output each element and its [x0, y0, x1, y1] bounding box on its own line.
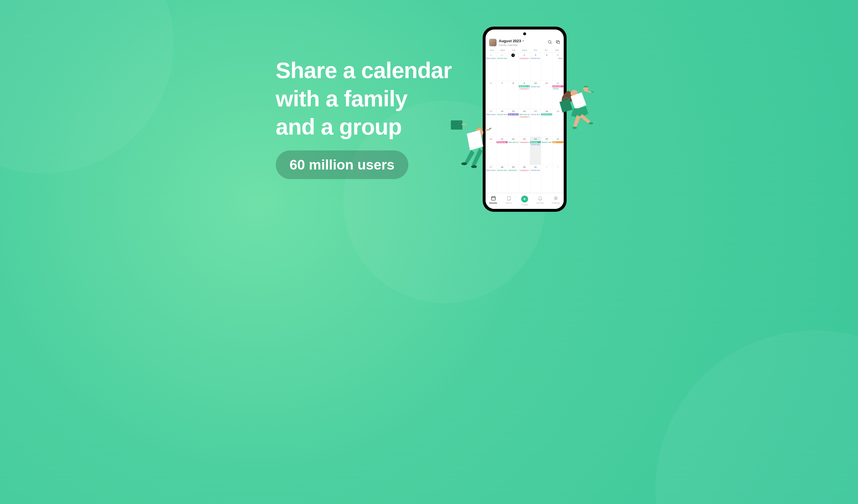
day-number: 30 — [519, 165, 530, 169]
calendar-cell[interactable]: 20 — [486, 137, 497, 165]
calendar-cell[interactable]: 17Tennis less — [530, 109, 541, 137]
calendar-cell[interactable]: 26Zoo — [552, 137, 564, 165]
calendar-event[interactable]: Language s — [519, 88, 530, 90]
calendar-event[interactable]: Language s — [519, 141, 530, 143]
day-number: 24 — [530, 137, 541, 141]
tab-settings[interactable]: Settings — [548, 196, 564, 206]
calendar-cell[interactable]: 7 — [496, 81, 508, 109]
headline: Share a calendar with a family and a gro… — [276, 56, 452, 141]
month-selector[interactable]: August 2023 — [499, 39, 524, 43]
calendar-cell[interactable]: 25Beauty salo — [541, 137, 552, 165]
calendar-event[interactable]: Wedding an — [541, 113, 552, 115]
day-number: 10 — [530, 82, 541, 85]
calendar-event[interactable]: Piano lesso — [486, 57, 496, 59]
calendar-cell[interactable]: 29Electrical c — [508, 165, 519, 193]
svg-rect-23 — [591, 91, 593, 93]
svg-point-13 — [555, 199, 556, 200]
calendar-event[interactable]: Seminar — [530, 141, 541, 143]
svg-point-25 — [572, 127, 577, 129]
svg-point-24 — [588, 122, 593, 125]
day-of-week-row: SunMonTueWedThuFriSat — [486, 48, 564, 53]
calendar-event[interactable]: Dental — [552, 88, 563, 90]
avatar[interactable] — [489, 39, 496, 46]
calendar-event[interactable]: Business trip — [519, 85, 530, 87]
calendar-event[interactable]: Book return — [508, 113, 519, 115]
calendar-cell[interactable]: 11 — [541, 81, 552, 109]
calendar-event[interactable]: Beauty salo — [541, 141, 552, 143]
calendar-event[interactable]: Rehearsal — [496, 141, 508, 143]
calendar-cell[interactable]: 24SeminarTennis less — [530, 137, 541, 165]
calendar-event[interactable]: Soccer less — [496, 113, 508, 115]
calendar-event[interactable]: kate pick up — [508, 141, 519, 143]
calendar-cell[interactable]: 10Tennis less — [530, 81, 541, 109]
calendar-event[interactable]: Piano lesso — [486, 169, 496, 171]
svg-line-1 — [551, 43, 552, 44]
calendar-cell[interactable]: 1 — [508, 53, 519, 81]
calendar-cell[interactable]: 27Piano lesso — [486, 165, 497, 193]
calendar-cell[interactable]: 12InformatioDental — [552, 81, 564, 109]
bell-icon — [538, 196, 543, 201]
calendar-grid[interactable]: 30Piano lesso31Soccer less12Language s3T… — [486, 53, 564, 193]
tab-activity[interactable]: Activity — [533, 196, 548, 206]
calendar-event[interactable]: Tennis less — [530, 144, 541, 146]
tab-memo[interactable]: Memo — [501, 196, 517, 206]
dow-label: Sun — [487, 49, 497, 51]
calendar-event[interactable]: Zoo — [552, 141, 563, 143]
calendar-cell[interactable]: 28Soccer less — [496, 165, 508, 193]
tab-create[interactable]: + Create — [517, 196, 533, 206]
calendar-cell[interactable]: 6 — [486, 81, 497, 109]
calendar-cell[interactable]: 9Business tripLanguage s — [519, 81, 530, 109]
calendar-cell[interactable]: 15Book return — [508, 109, 519, 137]
calendar-cell[interactable]: 22kate pick up — [508, 137, 519, 165]
day-number: 25 — [541, 137, 552, 141]
dow-label: Sat — [552, 49, 562, 51]
tab-label: Activity — [537, 202, 544, 204]
calendar-event[interactable]: Tennis less — [530, 113, 541, 115]
calendar-cell[interactable]: 8 — [508, 81, 519, 109]
inbox-icon[interactable] — [556, 39, 560, 45]
search-icon[interactable] — [547, 39, 552, 45]
calendar-cell[interactable]: 13Piano lesso — [486, 109, 497, 137]
calendar-event[interactable]: Electrical c — [508, 169, 519, 171]
calendar-event[interactable]: Tennis less — [530, 57, 541, 59]
calendar-cell[interactable]: 30Language s — [519, 165, 530, 193]
calendar-cell[interactable]: 2Language s — [519, 53, 530, 81]
calendar-subtitle: Family Calendar — [499, 44, 545, 47]
calendar-cell[interactable]: 5lunch — [552, 53, 564, 81]
calendar-cell[interactable]: 31Tennis less — [530, 165, 541, 193]
calendar-event[interactable]: kate pick up — [519, 113, 530, 115]
calendar-event[interactable]: Tennis less — [530, 86, 541, 88]
calendar-cell[interactable]: 16kate pick upLanguage s — [519, 109, 530, 137]
day-number: 9 — [519, 82, 530, 85]
calendar-cell[interactable]: 18Wedding an — [541, 109, 552, 137]
calendar-icon — [491, 196, 496, 201]
calendar-event[interactable]: lunch — [552, 57, 563, 59]
calendar-cell[interactable]: 1 — [541, 165, 552, 193]
calendar-event[interactable]: Language s — [519, 57, 530, 59]
calendar-cell[interactable]: 21Rehearsal — [496, 137, 508, 165]
calendar-cell[interactable]: 14Soccer less — [496, 109, 508, 137]
calendar-event[interactable]: Piano lesso — [486, 113, 496, 115]
calendar-event[interactable]: Soccer less — [496, 169, 508, 171]
svg-rect-15 — [462, 124, 466, 125]
phone-screen: August 2023 Family Calendar SunMonTueWed… — [486, 30, 564, 209]
tabbar: Events Memo + Create Activity — [486, 193, 564, 209]
calendar-cell[interactable]: 2 — [552, 165, 564, 193]
calendar-cell[interactable]: 23Language s — [519, 137, 530, 165]
calendar-event[interactable]: Language s — [519, 116, 530, 118]
calendar-event[interactable]: Tennis less — [530, 169, 541, 171]
calendar-cell[interactable]: 3Tennis less — [530, 53, 541, 81]
day-number: 15 — [508, 110, 519, 113]
calendar-event[interactable]: Soccer less — [496, 57, 508, 59]
tab-events[interactable]: Events — [486, 196, 501, 206]
calendar-cell[interactable]: 31Soccer less — [496, 53, 508, 81]
user-count-pill: 60 million users — [276, 150, 409, 179]
calendar-cell[interactable]: 4 — [541, 53, 552, 81]
calendar-cell[interactable]: 30Piano lesso — [486, 53, 497, 81]
calendar-event[interactable]: Informatio — [552, 85, 563, 87]
day-number: 1 — [511, 53, 515, 57]
calendar-event[interactable]: Language s — [519, 169, 530, 171]
calendar-cell[interactable]: 19 — [552, 109, 564, 137]
dow-label: Wed — [519, 49, 530, 51]
day-number: 17 — [530, 110, 541, 113]
